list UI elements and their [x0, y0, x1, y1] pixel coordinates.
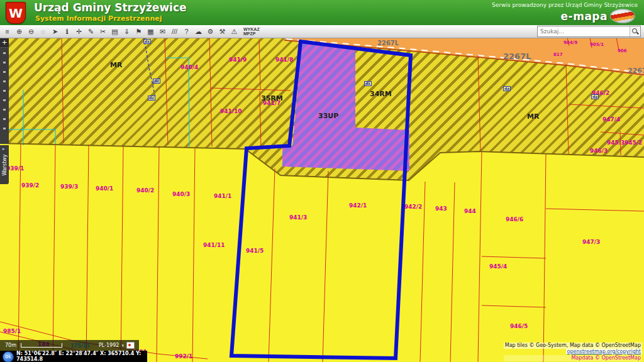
parcel-label: 941/9: [229, 57, 247, 63]
coat-of-arms-icon: W: [6, 2, 26, 24]
parcel-label: 985/1: [3, 328, 21, 334]
scale-widget: 70m: [0, 340, 94, 351]
parcel-label: 939/2: [21, 182, 39, 189]
scale-label: 70m: [5, 343, 16, 348]
parcel-label: 992/1: [175, 353, 192, 359]
gps-button[interactable]: ✛: [73, 26, 85, 37]
map-attribution: Map tiles © Geo-System, Map data © OpenS…: [504, 343, 642, 361]
parcel-boundary-lines: [0, 38, 644, 362]
cloud-export-button[interactable]: ☁: [192, 26, 204, 37]
utility-marker: dz: [143, 39, 151, 44]
utility-marker: dz: [503, 86, 511, 91]
parcel-label: 942/2: [404, 204, 422, 210]
emapa-globe-icon: [610, 9, 635, 23]
road-label: 2267L: [503, 52, 531, 61]
attribution-copyright-link[interactable]: openstreetmap.org/copyright: [566, 349, 642, 354]
marker-button[interactable]: ⚑: [133, 26, 145, 37]
page-title: Urząd Gminy Strzyżewice: [34, 1, 187, 14]
chevron-down-icon: ▾: [121, 343, 124, 348]
toolbar-buttons: ≡⊕⊖◌➤ℹ✛✎✂▤⇓⚑▦✉///?☁⚙⚒⚠: [1, 26, 240, 37]
zoom-in-button[interactable]: ⊕: [13, 26, 25, 37]
attribution-line3: Mapdata © OpenStreetMap: [504, 355, 642, 361]
parcel-label: 946/3: [590, 148, 608, 154]
parcel-label: 941/8: [275, 57, 293, 63]
coordinates-bar: N: 51°06′22.8″ E: 22°28′47.4″ X: 365710.…: [0, 351, 147, 362]
parcel-label: 905/1: [590, 42, 604, 47]
emapa-brand[interactable]: e-mapa: [561, 10, 608, 23]
layers-button[interactable]: ≡: [1, 26, 13, 37]
zone-label: 33UP: [318, 112, 338, 120]
zone-label: MR: [110, 61, 122, 69]
clip-button[interactable]: ✂: [97, 26, 109, 37]
zone-label: 34RM: [370, 90, 392, 98]
hatch-measure-button[interactable]: ///: [169, 26, 180, 37]
help-button[interactable]: ?: [180, 26, 192, 37]
zoom-plus-button[interactable]: +: [0, 38, 9, 48]
wykaz-line1: WYKAZ: [243, 27, 260, 31]
parcel-label: 947/4: [602, 116, 620, 123]
pointer-button[interactable]: ➤: [49, 26, 61, 37]
parcel-label: 945/3: [607, 140, 625, 146]
parcel-label: 817: [553, 52, 563, 57]
layers-tab-label: Warstwy: [2, 154, 8, 175]
road-label: 2267L: [377, 40, 399, 47]
grid-button[interactable]: ▦: [145, 26, 157, 37]
parcel-label: 940/4: [180, 64, 198, 70]
parcel-label: 904/9: [564, 40, 577, 45]
zoom-slider[interactable]: +: [0, 38, 9, 144]
layers-panel-tab[interactable]: ▸ Warstwy: [0, 145, 9, 184]
service-note: Serwis prowadzony przez Urząd Gminy Strz…: [492, 2, 638, 8]
settings-button[interactable]: ⚙: [204, 26, 216, 37]
parcel-label: 945/4: [489, 263, 507, 270]
identify-button[interactable]: ℹ: [61, 26, 73, 37]
select-area-button[interactable]: ◌: [37, 26, 49, 37]
search-icon[interactable]: [630, 26, 640, 36]
parcel-label: 940/3: [172, 191, 190, 197]
crs-selector[interactable]: PL-1992 ▾: [94, 340, 139, 351]
utility-marker: dz: [591, 94, 599, 99]
scale-bar: [21, 343, 62, 348]
parcel-label: 939/1: [6, 165, 24, 172]
utility-marker: dz: [153, 79, 160, 84]
map-viewport[interactable]: 939/1939/2939/3940/1940/2940/3941/1941/1…: [0, 0, 644, 362]
zoom-out-button[interactable]: ⊖: [25, 26, 37, 37]
zone-label: 35RM: [261, 94, 283, 102]
drainage-line: [144, 38, 155, 97]
utility-lines: [0, 58, 189, 148]
crs-label: PL-1992: [99, 343, 119, 348]
wykaz-line2: MPZP: [243, 31, 260, 36]
zoning-boundary-line: [0, 143, 644, 180]
download-button[interactable]: ⇓: [121, 26, 133, 37]
toolbar: ≡⊕⊖◌➤ℹ✛✎✂▤⇓⚑▦✉///?☁⚙⚒⚠ WYKAZ MPZP: [0, 25, 644, 38]
parcel-label: 941/3: [289, 214, 307, 221]
parcel-label: 947/3: [582, 239, 600, 245]
zoom-slider-dots[interactable]: [3, 52, 6, 134]
parcel-label: 906: [618, 48, 627, 53]
selection-outline: [231, 41, 411, 358]
utility-marker: dz: [364, 81, 372, 86]
draw-button[interactable]: ✎: [85, 26, 97, 37]
search-box: [537, 26, 641, 37]
utility-marker: dz: [148, 96, 155, 101]
ok-button[interactable]: ok: [3, 351, 14, 362]
parcel-label: 940/1: [96, 185, 113, 192]
search-input[interactable]: [538, 27, 630, 36]
coordinates-readout: N: 51°06′22.8″ E: 22°28′47.4″ X: 365710.…: [16, 351, 147, 362]
parcel-label: 941/10: [220, 108, 242, 114]
parcel-label: 941/5: [246, 248, 264, 254]
print-button[interactable]: ▤: [109, 26, 121, 37]
parcel-label: 939/3: [60, 184, 78, 190]
wykaz-mpzp-button[interactable]: WYKAZ MPZP: [240, 27, 263, 36]
message-button[interactable]: ✉: [157, 26, 169, 37]
tools-button[interactable]: ⚒: [216, 26, 228, 37]
parcel-label: 942/1: [349, 202, 367, 209]
parcel-label: 943: [435, 206, 447, 212]
crs-flag-icon: [126, 342, 135, 349]
parcel-label: 945/2: [625, 140, 642, 146]
parcel-label: 940/2: [136, 187, 154, 194]
header: W Urząd Gminy Strzyżewice System Informa…: [0, 0, 644, 26]
warning-button[interactable]: ⚠: [228, 26, 240, 37]
zone-label: MR: [527, 112, 539, 121]
emapa-app: 939/1939/2939/3940/1940/2940/3941/1941/1…: [0, 0, 644, 362]
parcel-label: 944: [464, 208, 476, 214]
